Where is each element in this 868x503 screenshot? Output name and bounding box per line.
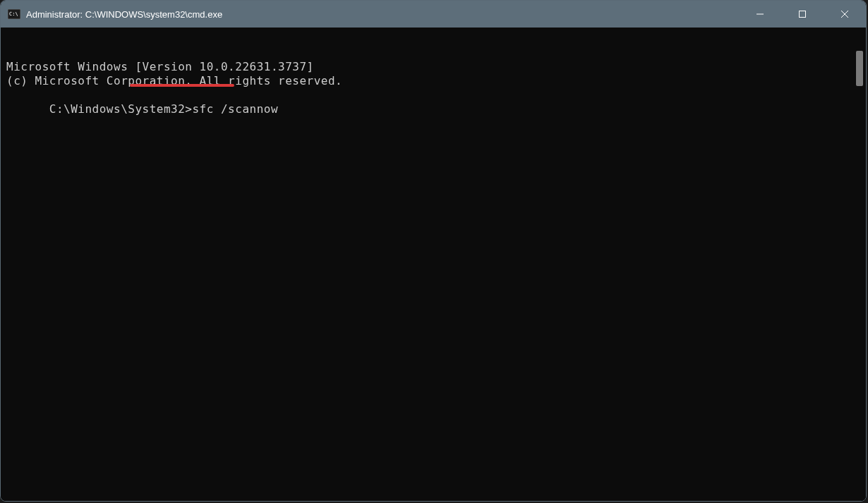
titlebar[interactable]: C:\ Administrator: C:\WINDOWS\system32\c…: [1, 1, 866, 28]
terminal-content[interactable]: Microsoft Windows [Version 10.0.22631.37…: [1, 28, 853, 501]
maximize-button[interactable]: [781, 1, 824, 28]
terminal-command-input[interactable]: sfc /scannow: [192, 102, 278, 116]
terminal-line-version: Microsoft Windows [Version 10.0.22631.37…: [6, 60, 848, 74]
scrollbar-thumb[interactable]: [856, 51, 863, 86]
close-button[interactable]: [824, 1, 866, 28]
svg-text:C:\: C:\: [9, 11, 18, 17]
vertical-scrollbar[interactable]: [853, 28, 866, 501]
window-controls: [739, 1, 866, 28]
terminal-area: Microsoft Windows [Version 10.0.22631.37…: [1, 28, 866, 501]
svg-rect-3: [800, 11, 806, 18]
window-title: Administrator: C:\WINDOWS\system32\cmd.e…: [26, 9, 222, 20]
command-prompt-window: C:\ Administrator: C:\WINDOWS\system32\c…: [0, 0, 867, 502]
minimize-button[interactable]: [739, 1, 781, 28]
cmd-icon: C:\: [8, 8, 20, 20]
terminal-prompt: C:\Windows\System32>: [49, 102, 193, 116]
titlebar-left: C:\ Administrator: C:\WINDOWS\system32\c…: [8, 8, 222, 20]
terminal-prompt-line: C:\Windows\System32>sfc /scannow: [49, 102, 278, 116]
command-underline-annotation: [130, 84, 234, 87]
